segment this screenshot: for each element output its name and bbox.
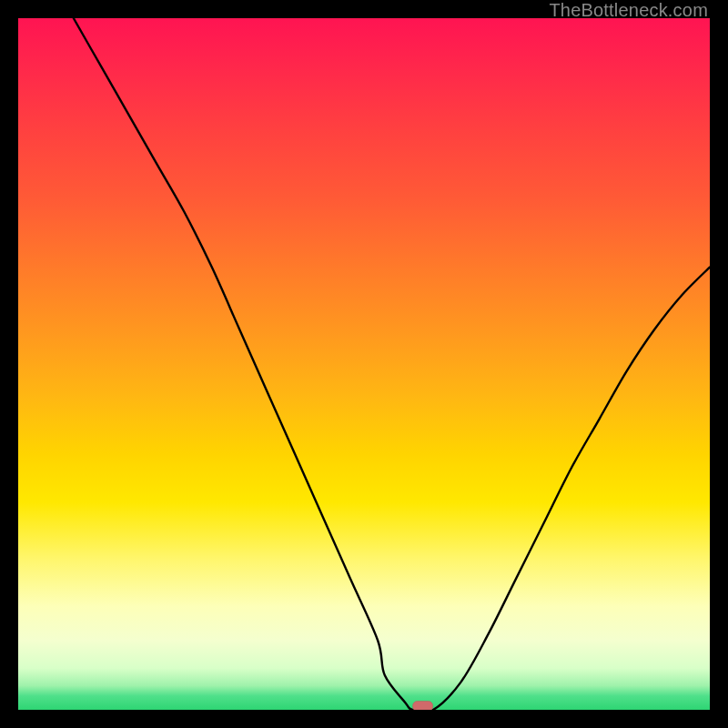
curve-svg bbox=[18, 18, 710, 710]
minimum-marker bbox=[413, 702, 433, 711]
bottleneck-curve bbox=[74, 18, 710, 710]
plot-area bbox=[18, 18, 710, 710]
chart-frame: TheBottleneck.com bbox=[0, 0, 728, 728]
